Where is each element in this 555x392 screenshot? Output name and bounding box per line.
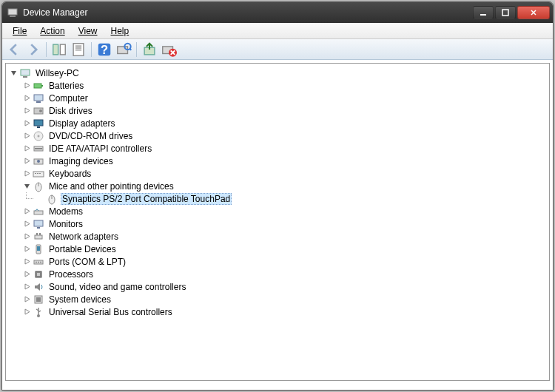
menu-action[interactable]: Action bbox=[34, 24, 70, 38]
scan-hardware-button[interactable] bbox=[115, 41, 132, 58]
expander-spacer bbox=[36, 195, 44, 203]
expander-icon[interactable] bbox=[22, 270, 31, 279]
svg-rect-56 bbox=[36, 297, 41, 302]
svg-rect-46 bbox=[39, 233, 41, 235]
tree-node[interactable]: Monitors bbox=[21, 217, 548, 230]
back-button[interactable] bbox=[5, 41, 23, 58]
svg-rect-5 bbox=[60, 44, 65, 55]
help-button[interactable]: ? bbox=[95, 41, 113, 58]
svg-point-32 bbox=[37, 160, 40, 163]
forward-button[interactable] bbox=[24, 41, 42, 58]
svg-rect-42 bbox=[34, 220, 43, 226]
tree-node[interactable]: Network adapters bbox=[21, 230, 548, 243]
svg-rect-8 bbox=[75, 47, 81, 48]
menu-help[interactable]: Help bbox=[105, 24, 135, 38]
tree-node-label: Display adapters bbox=[47, 118, 116, 129]
disk-icon bbox=[33, 105, 44, 117]
svg-rect-21 bbox=[34, 95, 43, 101]
tree-node-label: System devices bbox=[47, 294, 112, 305]
expander-icon[interactable] bbox=[22, 308, 31, 317]
network-icon bbox=[33, 231, 44, 243]
tree-node[interactable]: Mice and other pointing devices bbox=[21, 180, 548, 192]
tree-node[interactable]: Universal Serial Bus controllers bbox=[21, 305, 548, 318]
expander-icon[interactable] bbox=[9, 69, 18, 78]
expander-icon[interactable] bbox=[22, 119, 31, 128]
svg-rect-33 bbox=[33, 172, 44, 177]
tree-node-label: Imaging devices bbox=[47, 156, 115, 166]
tree-node[interactable]: Processors bbox=[21, 268, 548, 280]
expander-icon[interactable] bbox=[22, 182, 31, 191]
menu-file[interactable]: File bbox=[7, 24, 33, 38]
expander-icon[interactable] bbox=[22, 220, 31, 229]
expander-icon[interactable] bbox=[22, 144, 31, 153]
svg-rect-44 bbox=[35, 235, 42, 239]
tree-leaf-node[interactable]: Synaptics PS/2 Port Compatible TouchPad bbox=[34, 192, 548, 205]
minimize-button[interactable] bbox=[473, 6, 494, 19]
titlebar[interactable]: Device Manager bbox=[2, 2, 553, 23]
maximize-button[interactable] bbox=[495, 6, 516, 19]
ide-icon bbox=[33, 143, 44, 155]
expander-icon[interactable] bbox=[22, 81, 31, 90]
tree-root-node[interactable]: Willsey-PC bbox=[7, 67, 548, 79]
tree-node[interactable]: Portable Devices bbox=[21, 243, 548, 255]
svg-rect-9 bbox=[75, 50, 81, 50]
svg-rect-17 bbox=[21, 70, 30, 75]
show-hide-tree-button[interactable] bbox=[50, 41, 68, 58]
tree-node[interactable]: Disk drives bbox=[21, 104, 548, 117]
tree-node[interactable]: IDE ATA/ATAPI controllers bbox=[21, 142, 548, 155]
svg-rect-20 bbox=[41, 85, 43, 87]
svg-rect-26 bbox=[37, 126, 40, 128]
expander-icon[interactable] bbox=[22, 157, 31, 166]
svg-rect-41 bbox=[34, 211, 43, 214]
svg-rect-48 bbox=[37, 246, 40, 251]
expander-icon[interactable] bbox=[22, 107, 31, 115]
tree-node[interactable]: Sound, video and game controllers bbox=[21, 280, 548, 293]
expander-icon[interactable] bbox=[22, 207, 31, 216]
system-icon bbox=[33, 294, 44, 305]
expander-icon[interactable] bbox=[22, 94, 31, 103]
tree-node-label: Ports (COM & LPT) bbox=[47, 257, 127, 267]
device-tree-pane[interactable]: Willsey-PC Batteries Computer Disk drive… bbox=[5, 63, 550, 381]
tree-node[interactable]: Ports (COM & LPT) bbox=[21, 255, 548, 268]
close-button[interactable] bbox=[517, 6, 550, 19]
svg-rect-35 bbox=[37, 173, 38, 174]
toolbar-separator bbox=[46, 42, 47, 57]
tree-node-label: Disk drives bbox=[47, 106, 94, 116]
expander-icon[interactable] bbox=[22, 295, 31, 304]
menu-view[interactable]: View bbox=[73, 24, 104, 38]
tree-node-label: Computer bbox=[47, 93, 90, 104]
dvd-icon bbox=[33, 130, 44, 142]
mouse-icon bbox=[33, 180, 44, 192]
expander-icon[interactable] bbox=[22, 169, 31, 178]
portable-icon bbox=[33, 243, 44, 255]
svg-rect-43 bbox=[37, 227, 40, 229]
tree-node[interactable]: Batteries bbox=[21, 79, 548, 92]
expander-icon[interactable] bbox=[22, 245, 31, 254]
toolbar: ? bbox=[2, 39, 553, 60]
tree-node[interactable]: DVD/CD-ROM drives bbox=[21, 129, 548, 142]
tree-node[interactable]: System devices bbox=[21, 293, 548, 305]
device-manager-window: Device Manager File Action View Help ? W… bbox=[1, 1, 554, 391]
properties-button[interactable] bbox=[70, 41, 87, 58]
expander-icon[interactable] bbox=[22, 257, 31, 266]
display-icon bbox=[33, 118, 44, 129]
svg-rect-1 bbox=[10, 16, 16, 17]
tree-node[interactable]: Display adapters bbox=[21, 117, 548, 129]
port-icon bbox=[33, 256, 44, 268]
expander-icon[interactable] bbox=[22, 283, 31, 291]
tree-node-label: Monitors bbox=[47, 219, 84, 229]
expander-icon[interactable] bbox=[22, 132, 31, 141]
tree-node-label: Keyboards bbox=[47, 169, 92, 179]
modem-icon bbox=[33, 206, 44, 217]
update-driver-button[interactable] bbox=[141, 41, 158, 58]
uninstall-button[interactable] bbox=[160, 41, 178, 58]
expander-icon[interactable] bbox=[22, 232, 31, 241]
tree-node[interactable]: Imaging devices bbox=[21, 155, 548, 167]
tree-node[interactable]: Computer bbox=[21, 92, 548, 104]
tree-node[interactable]: Keyboards bbox=[21, 167, 548, 180]
tree-node-label: IDE ATA/ATAPI controllers bbox=[47, 143, 153, 154]
tree-node-label: Modems bbox=[47, 206, 84, 217]
window-controls bbox=[473, 6, 550, 19]
tree-node[interactable]: Modems bbox=[21, 205, 548, 217]
usb-icon bbox=[33, 306, 44, 318]
